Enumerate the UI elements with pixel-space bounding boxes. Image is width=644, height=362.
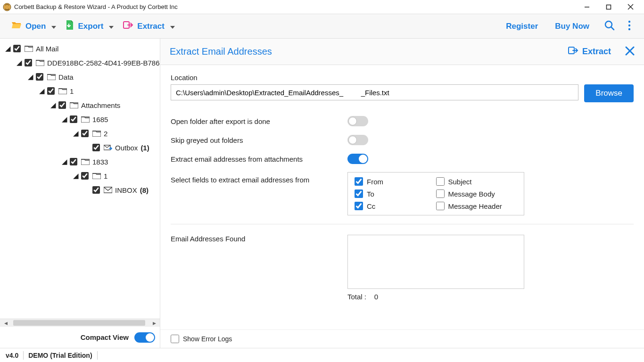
checkbox-from[interactable] xyxy=(355,177,363,186)
export-menu[interactable]: Export xyxy=(61,17,118,35)
checkbox-header[interactable] xyxy=(436,202,445,210)
tree-label: 1833 xyxy=(91,158,108,166)
tree-row-1b[interactable]: ◢ 1 xyxy=(0,169,160,183)
kebab-icon xyxy=(628,20,631,32)
field-from[interactable]: From xyxy=(355,177,436,186)
field-subject[interactable]: Subject xyxy=(436,177,518,186)
tree-row-attachments[interactable]: ◢ Attachments xyxy=(0,98,160,112)
buy-now-link[interactable]: Buy Now xyxy=(546,19,598,34)
tree-row-outbox[interactable]: Outbox (1) xyxy=(0,140,160,155)
tree-row-guid[interactable]: ◢ DDE918BC-2582-4D41-99EB-B786 xyxy=(0,56,160,70)
tree-label: DDE918BC-2582-4D41-99EB-B786 xyxy=(46,59,159,67)
open-folder-toggle[interactable] xyxy=(347,116,368,126)
tree-label: 2 xyxy=(103,130,107,138)
extract-attachments-toggle[interactable] xyxy=(347,154,368,164)
checkbox-to[interactable] xyxy=(355,189,363,198)
caret-down-icon xyxy=(51,22,56,31)
browse-button[interactable]: Browse xyxy=(584,84,634,102)
register-link[interactable]: Register xyxy=(497,19,546,34)
tree-row-1[interactable]: ◢ 1 xyxy=(0,84,160,98)
fields-box: From Subject To Message Body Cc Message … xyxy=(347,172,524,215)
expand-icon[interactable]: ◢ xyxy=(73,129,79,138)
option-label: Skip greyed out folders xyxy=(171,136,347,144)
svg-point-8 xyxy=(628,21,630,23)
expand-icon[interactable]: ◢ xyxy=(61,115,68,123)
folder-icon xyxy=(70,102,78,108)
expand-icon[interactable]: ◢ xyxy=(39,87,45,95)
tree-checkbox[interactable] xyxy=(25,59,32,66)
tree-checkbox[interactable] xyxy=(58,101,66,109)
extract-label: Extract xyxy=(137,22,165,31)
tree-row-2[interactable]: ◢ 2 xyxy=(0,126,160,140)
show-error-checkbox[interactable] xyxy=(171,335,179,343)
field-cc[interactable]: Cc xyxy=(355,202,436,210)
expand-icon[interactable]: ◢ xyxy=(50,101,57,109)
expand-icon[interactable]: ◢ xyxy=(5,44,11,53)
checkbox-cc[interactable] xyxy=(355,202,363,210)
sidebar-horizontal-scrollbar[interactable]: ◂ ▸ xyxy=(0,319,160,326)
close-button[interactable] xyxy=(619,0,641,14)
panel-body: Location Browse Open folder after export… xyxy=(160,65,644,329)
field-to[interactable]: To xyxy=(355,189,436,198)
expand-icon[interactable]: ◢ xyxy=(61,157,68,166)
field-label: From xyxy=(367,178,383,186)
more-menu[interactable] xyxy=(621,17,637,35)
skip-greyed-toggle[interactable] xyxy=(347,135,368,145)
status-separator xyxy=(23,351,24,360)
tree-checkbox[interactable] xyxy=(70,115,77,123)
checkbox-subject[interactable] xyxy=(436,177,445,186)
status-separator xyxy=(97,351,98,360)
tree-checkbox[interactable] xyxy=(92,186,100,194)
tree-checkbox[interactable] xyxy=(47,87,55,95)
scroll-left-icon[interactable]: ◂ xyxy=(2,319,9,327)
file-export-icon xyxy=(66,20,74,33)
expand-icon[interactable]: ◢ xyxy=(27,73,34,81)
status-edition: DEMO (Trial Edition) xyxy=(28,352,92,359)
tree-checkbox[interactable] xyxy=(36,73,43,81)
found-listbox[interactable] xyxy=(347,235,524,289)
tree-row-inbox[interactable]: INBOX (8) xyxy=(0,183,160,197)
select-fields-label: Select fields to extract email addresses… xyxy=(171,172,347,184)
compact-view-toggle[interactable] xyxy=(134,332,155,343)
folder-icon xyxy=(92,173,101,179)
field-header[interactable]: Message Header xyxy=(436,202,518,210)
tree-checkbox[interactable] xyxy=(81,172,89,180)
maximize-button[interactable] xyxy=(598,0,619,14)
folder-icon xyxy=(47,74,56,80)
close-icon xyxy=(625,46,635,57)
folder-tree[interactable]: ◢ All Mail ◢ DDE918BC-2582-4D41-99EB-B78… xyxy=(0,39,160,319)
minimize-button[interactable] xyxy=(576,0,598,14)
tree-row-all-mail[interactable]: ◢ All Mail xyxy=(0,41,160,56)
scrollbar-thumb[interactable] xyxy=(13,320,145,326)
tree-checkbox[interactable] xyxy=(92,144,100,151)
field-label: To xyxy=(367,190,374,198)
location-input[interactable] xyxy=(171,84,578,100)
search-icon xyxy=(604,20,615,32)
expand-icon[interactable]: ◢ xyxy=(73,172,79,180)
tree-row-1833[interactable]: ◢ 1833 xyxy=(0,155,160,169)
field-label: Message Body xyxy=(448,190,495,198)
tree-label: INBOX xyxy=(114,186,137,194)
tree-checkbox[interactable] xyxy=(13,45,21,52)
tree-row-1685[interactable]: ◢ 1685 xyxy=(0,112,160,126)
open-label: Open xyxy=(25,22,46,31)
tree-label: All Mail xyxy=(35,45,58,53)
field-body[interactable]: Message Body xyxy=(436,189,518,198)
show-error-row: Show Error Logs xyxy=(160,329,644,348)
open-menu[interactable]: Open xyxy=(7,17,61,35)
panel-close-button[interactable] xyxy=(625,46,635,57)
scroll-right-icon[interactable]: ▸ xyxy=(150,319,158,327)
tree-checkbox[interactable] xyxy=(70,158,77,165)
extract-button[interactable]: Extract xyxy=(562,44,617,59)
option-label: Extract email addresses from attachments xyxy=(171,155,347,163)
extract-panel: Extract Email Addresses Extract Location… xyxy=(160,39,644,348)
svg-line-7 xyxy=(611,27,614,30)
search-button[interactable] xyxy=(598,17,621,35)
extract-menu[interactable]: Extract xyxy=(118,17,180,35)
expand-icon[interactable]: ◢ xyxy=(16,58,23,67)
outbox-icon xyxy=(104,144,112,151)
folder-icon xyxy=(81,158,90,165)
tree-row-data[interactable]: ◢ Data xyxy=(0,70,160,84)
tree-checkbox[interactable] xyxy=(81,130,89,137)
checkbox-body[interactable] xyxy=(436,189,445,198)
